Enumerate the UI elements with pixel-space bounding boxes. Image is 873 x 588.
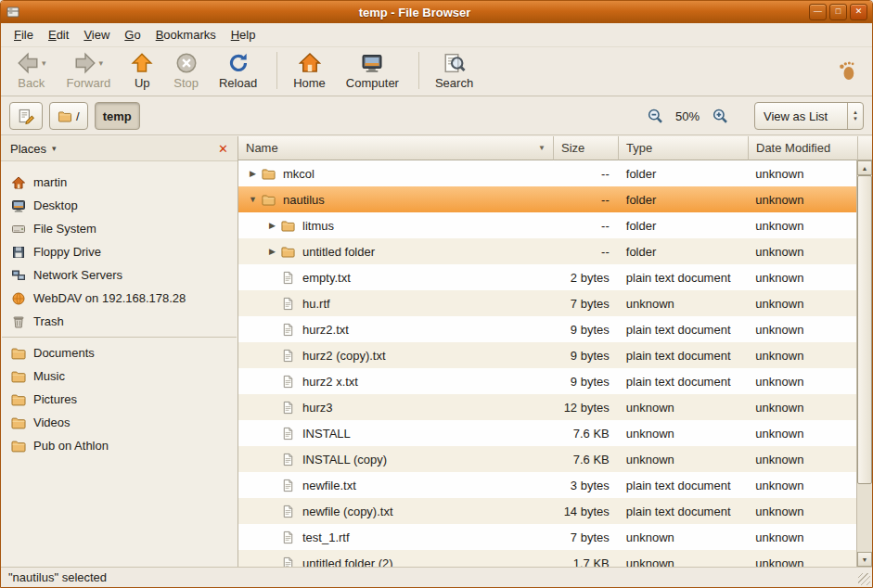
status-bar: "nautilus" selected bbox=[1, 567, 872, 587]
table-row[interactable]: test_1.rtf 7 bytes unknown unknown bbox=[238, 524, 856, 550]
expander-icon[interactable]: ▶ bbox=[264, 247, 280, 256]
sidebar-item-videos[interactable]: Videos bbox=[1, 411, 238, 434]
expander-icon[interactable]: ▼ bbox=[245, 195, 261, 204]
sidebar-item-label: Videos bbox=[33, 415, 71, 429]
vertical-scrollbar[interactable]: ▲ ▼ bbox=[856, 160, 872, 567]
sidebar-item-pictures[interactable]: Pictures bbox=[1, 388, 238, 411]
table-row-selected[interactable]: ▼ nautilus -- folder unknown bbox=[238, 186, 856, 212]
search-label: Search bbox=[435, 76, 473, 90]
scroll-up-icon: ▲ bbox=[862, 165, 868, 172]
column-header-type[interactable]: Type bbox=[619, 136, 749, 160]
menu-help[interactable]: Help bbox=[224, 25, 263, 45]
resize-grip[interactable] bbox=[858, 573, 870, 585]
file-date-cell: unknown bbox=[747, 212, 856, 238]
zoom-out-button[interactable] bbox=[644, 105, 666, 127]
home-button[interactable]: Home bbox=[285, 48, 334, 92]
table-row[interactable]: newfile (copy).txt 14 bytes plain text d… bbox=[238, 498, 856, 524]
table-row[interactable]: hurz2 x.txt 9 bytes plain text document … bbox=[238, 368, 856, 394]
sidebar-item-file-system[interactable]: File System bbox=[1, 217, 238, 240]
sidebar-item-label: WebDAV on 192.168.178.28 bbox=[33, 291, 186, 305]
sidebar-item-documents[interactable]: Documents bbox=[1, 341, 238, 364]
file-date-cell: unknown bbox=[747, 420, 856, 446]
scrollbar-thumb[interactable] bbox=[857, 175, 872, 484]
spin-down-icon: ▼ bbox=[853, 116, 858, 122]
menu-view[interactable]: View bbox=[76, 25, 117, 45]
sidebar-close-icon[interactable]: ✕ bbox=[215, 142, 231, 156]
file-name: hurz2 x.txt bbox=[302, 375, 358, 389]
table-row[interactable]: ▶ mkcol -- folder unknown bbox=[238, 160, 856, 186]
table-row[interactable]: empty.txt 2 bytes plain text document un… bbox=[238, 264, 856, 290]
sidebar-item-music[interactable]: Music bbox=[1, 364, 238, 388]
back-dropdown-caret[interactable]: ▾ bbox=[42, 58, 46, 68]
folder-icon bbox=[280, 219, 296, 233]
file-name-cell: hurz3 bbox=[238, 394, 553, 420]
table-row[interactable]: newfile.txt 3 bytes plain text document … bbox=[238, 472, 856, 498]
column-header-size[interactable]: Size bbox=[554, 136, 619, 160]
table-row[interactable]: hurz3 12 bytes unknown unknown bbox=[238, 394, 856, 420]
table-row[interactable]: ▶ untitled folder -- folder unknown bbox=[238, 238, 856, 264]
table-row[interactable]: hurz2 (copy).txt 9 bytes plain text docu… bbox=[238, 342, 856, 368]
folder-icon bbox=[11, 346, 26, 361]
computer-button[interactable]: Computer bbox=[338, 48, 407, 92]
file-type-cell: unknown bbox=[618, 550, 748, 567]
path-current-button[interactable]: temp bbox=[95, 102, 140, 130]
sidebar-item-pub-on-athlon[interactable]: Pub on Athlon bbox=[1, 434, 238, 457]
column-header-date[interactable]: Date Modified bbox=[749, 136, 858, 160]
up-icon bbox=[131, 52, 153, 74]
menu-go[interactable]: Go bbox=[117, 25, 148, 45]
column-header-name[interactable]: Name ▼ bbox=[238, 136, 554, 160]
sidebar-item-trash[interactable]: Trash bbox=[1, 310, 238, 333]
sidebar-item-desktop[interactable]: Desktop bbox=[1, 194, 238, 217]
view-as-select[interactable]: View as List ▲ ▼ bbox=[754, 102, 864, 130]
places-dropdown[interactable]: Places ▾ bbox=[7, 142, 215, 156]
table-row[interactable]: hu.rtf 7 bytes unknown unknown bbox=[238, 290, 856, 316]
places-label: Places bbox=[10, 142, 46, 156]
expander-icon[interactable]: ▶ bbox=[245, 169, 261, 178]
path-root-button[interactable]: / bbox=[49, 102, 88, 130]
reload-icon bbox=[227, 52, 250, 74]
folder-icon bbox=[11, 415, 26, 430]
forward-button[interactable]: ▾ Forward bbox=[58, 48, 120, 92]
maximize-button[interactable]: □ bbox=[829, 4, 847, 20]
scroll-up-button[interactable]: ▲ bbox=[857, 160, 872, 175]
back-button[interactable]: ▾ Back bbox=[8, 48, 55, 92]
table-row[interactable]: ▶ litmus -- folder unknown bbox=[238, 212, 856, 238]
sidebar-item-network[interactable]: Network Servers bbox=[1, 263, 238, 287]
title-bar[interactable]: temp - File Browser — □ ✕ bbox=[1, 1, 872, 23]
file-name-cell: untitled folder (2) bbox=[238, 550, 553, 567]
minimize-button[interactable]: — bbox=[809, 4, 827, 20]
sidebar-item-floppy[interactable]: Floppy Drive bbox=[1, 240, 238, 263]
file-size-cell: -- bbox=[553, 238, 618, 264]
table-row[interactable]: hurz2.txt 9 bytes plain text document un… bbox=[238, 316, 856, 342]
file-name-cell: hu.rtf bbox=[238, 290, 553, 316]
edit-location-button[interactable] bbox=[9, 102, 43, 130]
menu-bookmarks[interactable]: Bookmarks bbox=[148, 25, 224, 45]
forward-dropdown-caret[interactable]: ▾ bbox=[99, 58, 104, 68]
text-file-icon bbox=[280, 349, 296, 363]
file-date-cell: unknown bbox=[747, 550, 856, 567]
sidebar-item-martin[interactable]: martin bbox=[1, 171, 238, 194]
up-button[interactable]: Up bbox=[122, 48, 161, 92]
file-type-cell: unknown bbox=[618, 446, 748, 472]
scrollbar-track[interactable] bbox=[857, 175, 872, 552]
menu-edit[interactable]: Edit bbox=[41, 25, 76, 45]
trash-icon bbox=[11, 314, 26, 329]
file-name-cell: newfile (copy).txt bbox=[238, 498, 553, 524]
scroll-down-button[interactable]: ▼ bbox=[857, 552, 872, 567]
table-row[interactable]: INSTALL (copy) 7.6 KB unknown unknown bbox=[238, 446, 856, 472]
file-name-cell: newfile.txt bbox=[238, 472, 553, 498]
reload-button[interactable]: Reload bbox=[211, 48, 265, 92]
table-row[interactable]: untitled folder (2) 1.7 KB unknown unkno… bbox=[238, 550, 856, 567]
table-row[interactable]: INSTALL 7.6 KB unknown unknown bbox=[238, 420, 856, 446]
zoom-in-button[interactable] bbox=[709, 105, 731, 127]
file-type-cell: plain text document bbox=[618, 264, 748, 290]
expander-icon[interactable]: ▶ bbox=[264, 221, 280, 230]
file-type-cell: folder bbox=[618, 212, 748, 238]
search-button[interactable]: Search bbox=[427, 48, 481, 92]
zoom-level: 50% bbox=[675, 109, 700, 123]
menu-file[interactable]: File bbox=[6, 25, 41, 45]
sidebar-item-webdav[interactable]: WebDAV on 192.168.178.28 bbox=[1, 287, 238, 310]
stop-button[interactable]: Stop bbox=[165, 48, 207, 92]
close-button[interactable]: ✕ bbox=[850, 4, 867, 20]
view-as-spinner[interactable]: ▲ ▼ bbox=[847, 103, 863, 129]
